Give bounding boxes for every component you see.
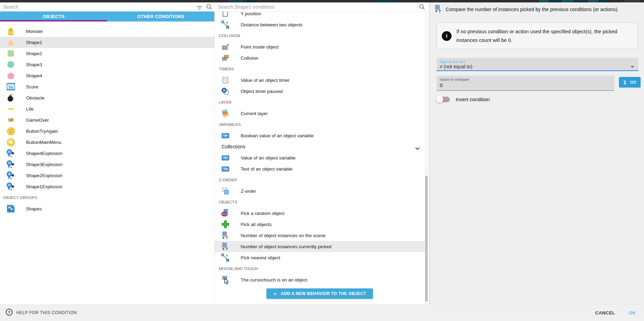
- condition-row[interactable]: Collision: [215, 52, 425, 63]
- value-to-compare-value: 0: [440, 82, 443, 88]
- condition-category-header: Z-ORDER: [215, 174, 425, 185]
- object-name: Shape2Explosion: [26, 173, 62, 178]
- background-toolbar-fragment: [551, 0, 559, 2]
- dialog-footer: ? HELP FOR THIS CONDITION CANCEL OK: [0, 304, 644, 321]
- condition-row[interactable]: x?Number of object instances currently p…: [215, 241, 425, 252]
- condition-row[interactable]: VarValue of an object variable: [215, 152, 425, 163]
- conditions-list: Y position?Distance between two objectsC…: [215, 12, 425, 304]
- info-box: i If no previous condition or action use…: [437, 23, 638, 49]
- particles-icon: [6, 160, 15, 168]
- condition-row[interactable]: ?Pick nearest object: [215, 252, 425, 263]
- instances-count-icon: x?: [221, 242, 230, 251]
- dialog-body: OBJECTS OTHER CONDITIONS MonsterShape1Sh…: [0, 2, 644, 304]
- invert-condition-label: Invert condition: [456, 97, 490, 102]
- condition-subcategory-row[interactable]: Collections: [215, 141, 425, 152]
- layer-icon: [221, 109, 230, 118]
- object-group-row[interactable]: Shapes: [0, 203, 214, 214]
- svg-text:?: ?: [439, 9, 441, 13]
- svg-text:?: ?: [226, 21, 228, 25]
- condition-label: Object timer paused: [241, 89, 283, 94]
- timer-icon: [221, 76, 230, 84]
- condition-category-header: VARIABLES: [215, 119, 425, 130]
- condition-description: Compare the number of instances picked b…: [446, 7, 619, 12]
- condition-label: Pick nearest object: [241, 255, 280, 260]
- condition-row[interactable]: VarText of an object variable: [215, 163, 425, 174]
- background-toolbar-fragment: [562, 0, 574, 2]
- text-object-icon: Tx: [6, 83, 15, 91]
- objects-search-input[interactable]: [0, 2, 214, 11]
- object-row[interactable]: Shape4Explosion: [0, 148, 214, 159]
- invert-condition-toggle[interactable]: [437, 97, 450, 102]
- object-row[interactable]: Shape3: [0, 59, 214, 70]
- object-row[interactable]: GAMEOVERGameOver: [0, 114, 214, 125]
- condition-row[interactable]: Pick all objects: [215, 219, 425, 230]
- conditions-panel: Y position?Distance between two objectsC…: [214, 2, 428, 304]
- object-name: Shape1Explosion: [26, 184, 62, 189]
- object-name: Obstacle: [26, 95, 44, 101]
- condition-row[interactable]: Z-order: [215, 185, 425, 197]
- condition-row[interactable]: x?Number of object instances on the scen…: [215, 230, 425, 241]
- svg-text:?: ?: [226, 236, 228, 240]
- help-button[interactable]: ? HELP FOR THIS CONDITION: [6, 309, 77, 317]
- subcategory-label: Collections: [222, 144, 245, 149]
- condition-row[interactable]: Pick a random object: [215, 208, 425, 219]
- background-toolbar-fragment: [247, 0, 256, 2]
- svg-text:?: ?: [8, 310, 10, 314]
- condition-row[interactable]: Point inside object: [215, 41, 425, 52]
- dropdown-arrow-icon: [630, 63, 634, 70]
- conditions-search-input[interactable]: [215, 2, 428, 11]
- background-toolbar-fragment: [601, 0, 610, 2]
- condition-row[interactable]: Current layer: [215, 108, 425, 119]
- condition-row[interactable]: Value of an object timer: [215, 75, 425, 86]
- background-toolbar-fragment: [577, 0, 586, 2]
- condition-row[interactable]: VarBoolean value of an object variable: [215, 130, 425, 141]
- condition-row[interactable]: ?Distance between two objects: [215, 19, 425, 30]
- sign-of-test-select[interactable]: Sign of the test ≠ (not equal to): [437, 58, 638, 71]
- pick-all-icon: [221, 220, 230, 228]
- ok-button[interactable]: OK: [629, 310, 636, 315]
- object-name: ButtonTryAgain: [26, 129, 58, 134]
- svg-text:Tx: Tx: [9, 85, 13, 89]
- condition-label: The cursor/touch is on an object: [241, 277, 307, 283]
- condition-editor-dialog: OBJECTS OTHER CONDITIONS MonsterShape1Sh…: [0, 0, 644, 321]
- help-label: HELP FOR THIS CONDITION: [16, 310, 77, 315]
- condition-label: Number of object instances currently pic…: [241, 244, 332, 249]
- particles-icon: [6, 171, 15, 180]
- add-behavior-button[interactable]: + ADD A NEW BEHAVIOR TO THE OBJECT: [266, 288, 373, 299]
- tab-other-conditions[interactable]: OTHER CONDITIONS: [107, 11, 214, 21]
- expression-builder-button[interactable]: Σ 123: [619, 77, 641, 87]
- cancel-button[interactable]: CANCEL: [595, 310, 615, 315]
- svg-text:?: ?: [226, 247, 228, 251]
- panel-tabs: OBJECTS OTHER CONDITIONS: [0, 11, 214, 21]
- gameover-icon: GAMEOVER: [6, 116, 15, 124]
- monster-icon: [6, 27, 15, 35]
- object-name: Score: [26, 84, 38, 89]
- object-row[interactable]: Shape3Explosion: [0, 159, 214, 170]
- object-row[interactable]: Shape2Explosion: [0, 170, 214, 181]
- object-row[interactable]: ButtonMainMenu: [0, 137, 214, 148]
- scrollbar-thumb[interactable]: [425, 176, 428, 302]
- object-row[interactable]: Shape1: [0, 37, 214, 48]
- object-row[interactable]: Shape1Explosion: [0, 181, 214, 192]
- value-to-compare-field[interactable]: Value to compare 0: [437, 76, 614, 91]
- condition-label: Current layer: [241, 111, 268, 116]
- condition-label: Text of an object variable: [241, 166, 292, 172]
- filter-icon[interactable]: [196, 5, 203, 11]
- condition-row[interactable]: The cursor/touch is on an object: [215, 274, 425, 285]
- condition-settings-panel: x? Compare the number of instances picke…: [429, 2, 644, 304]
- sigma-button-label: 123: [630, 80, 636, 84]
- object-row[interactable]: ♥♥♥Life: [0, 103, 214, 114]
- sigma-icon: Σ: [624, 79, 627, 85]
- object-row[interactable]: ButtonTryAgain: [0, 125, 214, 137]
- object-row[interactable]: Monster: [0, 26, 214, 37]
- object-row[interactable]: Shape2: [0, 48, 214, 59]
- object-row[interactable]: Shape4: [0, 70, 214, 81]
- z-order-icon: [221, 187, 230, 195]
- condition-label: Y position: [241, 12, 261, 16]
- object-row[interactable]: TxScore: [0, 81, 214, 92]
- condition-category-header: COLLISION: [215, 30, 425, 41]
- value-to-compare-label: Value to compare: [440, 77, 469, 81]
- object-row[interactable]: Obstacle: [0, 92, 214, 103]
- condition-row[interactable]: Y position: [215, 12, 425, 19]
- condition-row[interactable]: Object timer paused: [215, 86, 425, 97]
